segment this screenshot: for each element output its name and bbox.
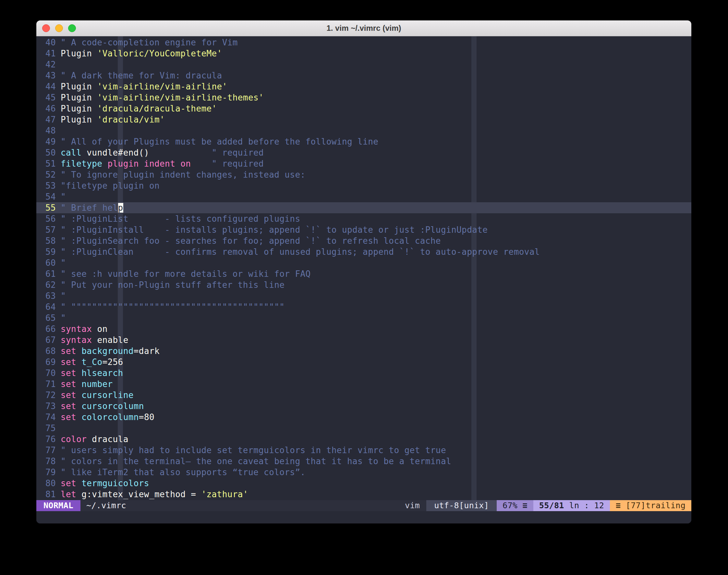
line-number: 48 [36,125,61,136]
code-text: Plugin 'vim-airline/vim-airline-themes' [61,92,691,103]
code-text: set termguicolors [61,478,691,489]
line-number: 54 [36,191,61,202]
code-line: 57" :PluginInstall - installs plugins; a… [36,224,691,235]
line-number: 70 [36,368,61,379]
code-text: " """"""""""""""""""""""""""""""""""""""… [61,301,691,312]
statusline-spacer [132,500,399,511]
warning-icon: ≡ [616,501,621,510]
line-number: 71 [36,379,61,390]
code-line: 71set number [36,379,691,390]
code-text: " colors in the terminal— the one caveat… [61,456,691,467]
code-text: " Put your non-Plugin stuff after this l… [61,279,691,291]
code-text: color dracula [61,434,691,445]
line-number: 47 [36,114,61,125]
code-text: set t_Co=256 [61,357,691,368]
code-line: 42 [36,59,691,70]
code-line: 79" like iTerm2 that also supports “true… [36,467,691,478]
line-number: 63 [36,291,61,301]
cursor-position: 55/81ln : 12 [533,500,610,511]
code-line: 53"filetype plugin on [36,180,691,191]
code-text: Plugin 'vim-airline/vim-airline' [61,81,691,92]
line-number: 56 [36,213,61,224]
code-line: 70set hlsearch [36,368,691,379]
line-number: 50 [36,147,61,158]
vim-editor-viewport[interactable]: 40" A code-completion engine for Vim41Pl… [36,36,691,500]
line-number: 68 [36,345,61,357]
line-number: 49 [36,136,61,147]
line-number: 66 [36,324,61,335]
code-line: 61" see :h vundle for more details or wi… [36,268,691,279]
line-number: 40 [36,37,61,48]
line-number: 55 [36,202,61,213]
code-text: Plugin 'Valloric/YouCompleteMe' [61,48,691,59]
code-line: 40" A code-completion engine for Vim [36,37,691,48]
zoom-button[interactable] [68,24,76,32]
code-line: 54" [36,191,691,202]
code-text: set background=dark [61,345,691,357]
window-titlebar[interactable]: 1. vim ~/.vimrc (vim) [36,21,691,36]
code-text: " A dark theme for Vim: dracula [61,70,691,81]
line-number: 74 [36,412,61,422]
code-line: 73set cursorcolumn [36,401,691,412]
code-text: "filetype plugin on [61,180,691,191]
minimize-button[interactable] [55,24,63,32]
code-line: 60" [36,257,691,268]
code-line: 43" A dark theme for Vim: dracula [36,70,691,81]
terminal-window: 1. vim ~/.vimrc (vim) 40" A code-complet… [36,21,691,523]
code-text: set hlsearch [61,368,691,379]
code-line: 74set colorcolumn=80 [36,412,691,422]
code-text: set colorcolumn=80 [61,412,691,422]
code-line: 69set t_Co=256 [36,357,691,368]
code-text: " :PluginInstall - installs plugins; app… [61,224,691,235]
code-text [61,125,691,136]
code-text: " [61,312,691,324]
encoding-indicator: utf-8[unix] [426,500,497,511]
code-text: syntax on [61,324,691,335]
line-number: 76 [36,434,61,445]
mode-indicator: NORMAL [36,500,81,511]
code-line: 59" :PluginClean - confirms removal of u… [36,246,691,257]
code-line: 76color dracula [36,434,691,445]
line-number: 41 [36,48,61,59]
column-indicator: ln : 12 [569,501,604,510]
code-text: " like iTerm2 that also supports “true c… [61,467,691,478]
scroll-percent-value: 67% [503,501,517,510]
code-line: 77" users simply had to include set term… [36,445,691,456]
code-text: " :PluginClean - confirms removal of unu… [61,246,691,257]
code-line: 63" [36,291,691,301]
line-number: 61 [36,268,61,279]
code-line: 75 [36,422,691,434]
code-line: 81let g:vimtex_view_method = 'zathura' [36,489,691,500]
code-text: " :PluginList - lists configured plugins [61,213,691,224]
filetype-indicator: vim [399,500,426,511]
line-number: 67 [36,335,61,345]
whitespace-warning: ≡ [77]trailing [610,500,691,511]
line-number: 72 [36,390,61,401]
code-line: 55" Brief help [36,202,691,213]
code-text: " users simply had to include set termgu… [61,445,691,456]
code-text [61,422,691,434]
line-number: 77 [36,445,61,456]
code-text: " :PluginSearch foo - searches for foo; … [61,235,691,246]
line-number: 79 [36,467,61,478]
code-text: " Brief help [61,202,691,213]
close-button[interactable] [42,24,50,32]
line-number: 60 [36,257,61,268]
line-number: 58 [36,235,61,246]
line-number: 52 [36,169,61,180]
line-number: 81 [36,489,61,500]
block-cursor: p [118,203,123,213]
code-text: " All of your Plugins must be added befo… [61,136,691,147]
code-line: 67syntax enable [36,335,691,345]
code-line: 48 [36,125,691,136]
code-text: " [61,191,691,202]
code-text: " A code-completion engine for Vim [61,37,691,48]
line-number: 75 [36,422,61,434]
line-number: 53 [36,180,61,191]
code-line: 45Plugin 'vim-airline/vim-airline-themes… [36,92,691,103]
airline-statusline: NORMAL ~/.vimrc vim utf-8[unix] 67% ≡ 55… [36,500,691,511]
vim-command-line [36,511,691,523]
window-controls [42,21,76,36]
desktop: { "window": { "title": "1. vim ~/.vimrc … [0,0,728,575]
code-line: 50call vundle#end() " required [36,147,691,158]
